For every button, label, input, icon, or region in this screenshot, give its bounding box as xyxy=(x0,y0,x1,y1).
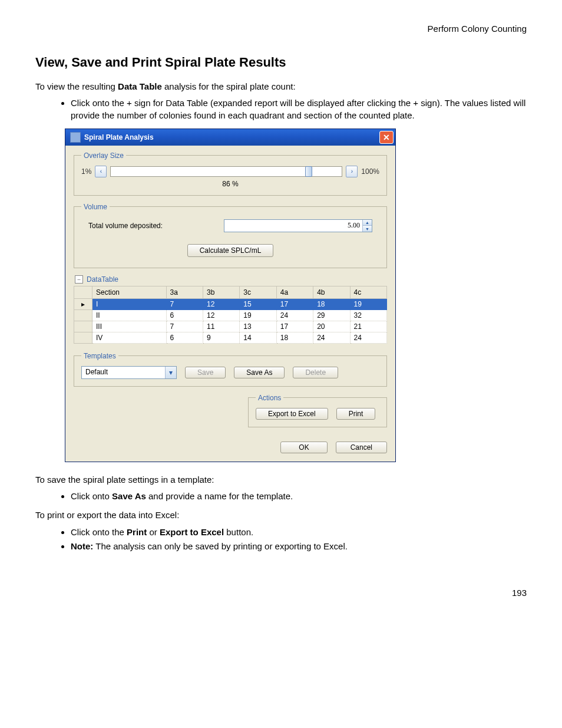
table-row[interactable]: II61219242932 xyxy=(74,309,387,321)
chevron-left-icon: ‹ xyxy=(100,168,102,174)
close-button[interactable]: ✕ xyxy=(379,131,394,144)
table-row[interactable]: III71113172021 xyxy=(74,321,387,332)
spiral-plate-dialog: Spiral Plate Analysis ✕ Overlay Size 1% … xyxy=(65,129,396,462)
overlay-min-label: 1% xyxy=(81,167,91,176)
templates-group: Templates Default ▾ Save Save As Delete xyxy=(74,352,387,387)
actions-legend: Actions xyxy=(256,394,283,402)
table-row[interactable]: ▸I71215171819 xyxy=(74,298,387,309)
export-excel-button[interactable]: Export to Excel xyxy=(256,408,328,420)
table-header[interactable]: 4a xyxy=(276,286,313,298)
table-row[interactable]: IV6914182424 xyxy=(74,332,387,343)
table-header[interactable]: Section xyxy=(92,286,167,298)
slider-thumb[interactable] xyxy=(305,166,312,177)
volume-label: Total volume deposited: xyxy=(88,222,163,230)
volume-group: Volume Total volume deposited: ▲ ▼ Calcu… xyxy=(74,203,387,268)
cancel-button[interactable]: Cancel xyxy=(336,442,387,453)
overlay-size-group: Overlay Size 1% ‹ › 100% 86 % xyxy=(74,151,387,196)
intro-bullet: Click onto the + sign for Data Table (ex… xyxy=(71,97,527,121)
volume-legend: Volume xyxy=(81,203,110,211)
print-bullet: Click onto the Print or Export to Excel … xyxy=(71,526,527,538)
triangle-up-icon: ▲ xyxy=(365,220,369,225)
template-save-button: Save xyxy=(185,367,226,378)
titlebar: Spiral Plate Analysis ✕ xyxy=(65,129,395,146)
save-intro: To save the spiral plate settings in a t… xyxy=(35,474,527,486)
slider-left-button[interactable]: ‹ xyxy=(95,166,107,177)
spin-up-button[interactable]: ▲ xyxy=(362,220,372,226)
overlay-legend: Overlay Size xyxy=(81,151,126,160)
ok-button[interactable]: OK xyxy=(280,442,327,453)
collapse-icon[interactable]: – xyxy=(75,275,83,284)
note-bullet: Note: The analysis can only be saved by … xyxy=(71,541,527,552)
chevron-right-icon: › xyxy=(351,168,353,174)
print-button[interactable]: Print xyxy=(336,408,376,420)
combo-dropdown-button[interactable]: ▾ xyxy=(165,367,176,378)
template-combo[interactable]: Default ▾ xyxy=(81,366,177,379)
table-header[interactable]: 3b xyxy=(203,286,239,298)
datatable-header[interactable]: – DataTable xyxy=(75,275,387,284)
overlay-value: 86 % xyxy=(81,180,379,188)
window-title: Spiral Plate Analysis xyxy=(84,133,154,141)
table-header[interactable]: 4c xyxy=(350,286,386,298)
intro-paragraph: To view the resulting Data Table analysi… xyxy=(35,81,527,93)
slider-track[interactable] xyxy=(110,166,342,177)
save-bullet: Click onto Save As and provide a name fo… xyxy=(71,490,527,502)
volume-input[interactable] xyxy=(224,220,362,232)
templates-legend: Templates xyxy=(81,352,118,360)
calculate-button[interactable]: Calculate SPLC/mL xyxy=(187,244,274,257)
actions-group: Actions Export to Excel Print xyxy=(248,394,387,427)
slider-right-button[interactable]: › xyxy=(346,166,358,177)
table-header[interactable]: 4b xyxy=(313,286,350,298)
datatable-label: DataTable xyxy=(87,275,118,284)
print-intro: To print or export the data into Excel: xyxy=(35,509,527,521)
spin-down-button[interactable]: ▼ xyxy=(362,225,372,232)
app-icon xyxy=(70,132,81,143)
overlay-max-label: 100% xyxy=(361,167,379,176)
data-table: Section3a3b3c4a4b4c ▸I71215171819II61219… xyxy=(74,286,387,344)
page-header: Perform Colony Counting xyxy=(35,24,527,34)
volume-spinner[interactable]: ▲ ▼ xyxy=(224,219,372,232)
table-header[interactable]: 3a xyxy=(166,286,203,298)
page-title: View, Save and Print Spiral Plate Result… xyxy=(35,55,527,70)
close-icon: ✕ xyxy=(383,133,390,142)
page-number: 193 xyxy=(35,588,527,598)
template-delete-button: Delete xyxy=(293,367,338,378)
triangle-down-icon: ▼ xyxy=(365,227,369,231)
template-selected: Default xyxy=(82,367,165,378)
chevron-down-icon: ▾ xyxy=(166,367,176,378)
template-saveas-button[interactable]: Save As xyxy=(234,367,285,378)
table-header[interactable]: 3c xyxy=(240,286,276,298)
